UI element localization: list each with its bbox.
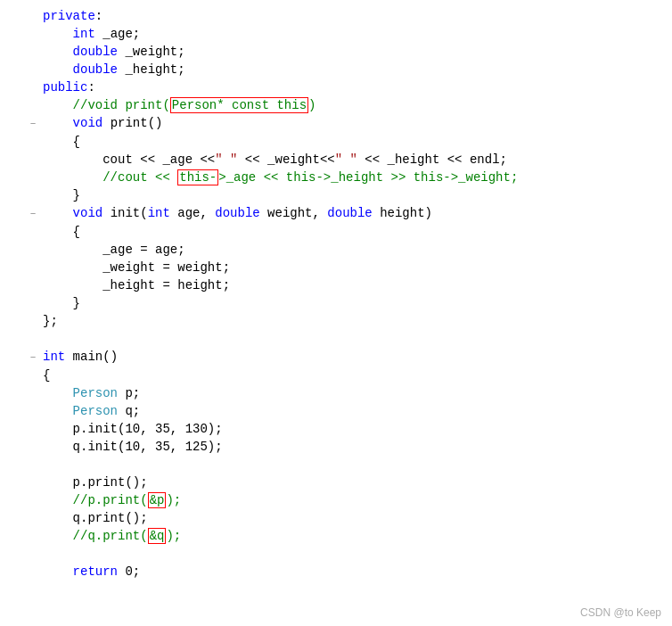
code-line: Person q; <box>0 402 672 420</box>
code-content: Person q; <box>39 402 672 420</box>
code-content: return 0; <box>39 563 672 581</box>
fold-icon[interactable]: − <box>27 205 39 223</box>
code-line: Person p; <box>0 384 672 402</box>
code-line <box>0 456 672 474</box>
code-line: p.init(10, 35, 130); <box>0 420 672 438</box>
code-line: private: <box>0 7 672 25</box>
code-line: } <box>0 294 672 312</box>
code-content: p.print(); <box>39 474 672 491</box>
code-content: int main() <box>39 348 672 366</box>
code-content: { <box>39 133 672 151</box>
code-content: } <box>39 294 672 312</box>
code-line: public: <box>0 78 672 96</box>
code-line: //void print(Person* const this) <box>0 96 672 114</box>
code-line: _weight = weight; <box>0 259 672 276</box>
code-content: //void print(Person* const this) <box>39 96 672 114</box>
code-content: double _weight; <box>39 43 672 61</box>
code-content: void print() <box>39 114 672 132</box>
code-line: //p.print(&p); <box>0 491 672 509</box>
code-content: _age = age; <box>39 241 672 259</box>
code-content: q.print(); <box>39 509 672 527</box>
code-content: //p.print(&p); <box>39 491 672 509</box>
code-line: q.print(); <box>0 509 672 527</box>
code-line <box>0 330 672 348</box>
code-content: public: <box>39 78 672 96</box>
code-line: cout << _age <<" " << _weight<<" " << _h… <box>0 151 672 169</box>
code-line: { <box>0 133 672 151</box>
code-line: − void init(int age, double weight, doub… <box>0 204 672 223</box>
code-line <box>0 545 672 563</box>
code-content: int _age; <box>39 25 672 43</box>
code-content: //q.print(&q); <box>39 527 672 545</box>
code-content: _height = height; <box>39 276 672 294</box>
code-line: { <box>0 367 672 384</box>
code-line: double _weight; <box>0 43 672 61</box>
code-line: q.init(10, 35, 125); <box>0 438 672 456</box>
code-content: cout << _age <<" " << _weight<<" " << _h… <box>39 151 672 169</box>
code-line: _height = height; <box>0 276 672 294</box>
code-content: _weight = weight; <box>39 259 672 276</box>
code-content: } <box>39 186 672 204</box>
code-content: //cout << this->_age << this->_height >>… <box>39 169 672 186</box>
code-line: _age = age; <box>0 241 672 259</box>
code-line: //q.print(&q); <box>0 527 672 545</box>
code-line: //cout << this->_age << this->_height >>… <box>0 169 672 186</box>
code-line: } <box>0 186 672 204</box>
code-content: private: <box>39 7 672 25</box>
code-content: { <box>39 367 672 384</box>
code-content: Person p; <box>39 384 672 402</box>
fold-icon[interactable]: − <box>27 349 39 367</box>
code-line: int _age; <box>0 25 672 43</box>
code-line: return 0; <box>0 563 672 581</box>
code-content: { <box>39 223 672 241</box>
code-line: − void print() <box>0 114 672 133</box>
code-content <box>39 545 672 563</box>
code-content: p.init(10, 35, 130); <box>39 420 672 438</box>
code-line: }; <box>0 312 672 330</box>
code-content: void init(int age, double weight, double… <box>39 204 672 222</box>
code-line: − int main() <box>0 348 672 367</box>
code-content: q.init(10, 35, 125); <box>39 438 672 456</box>
code-line: { <box>0 223 672 241</box>
watermark-text: CSDN @to Keep <box>580 606 661 619</box>
fold-icon[interactable]: − <box>27 115 39 133</box>
code-editor: private: int _age; double _weight; doubl… <box>0 0 672 626</box>
code-content: }; <box>39 312 672 330</box>
code-content <box>39 330 672 348</box>
code-line: double _height; <box>0 61 672 78</box>
code-content: double _height; <box>39 61 672 78</box>
code-content <box>39 456 672 474</box>
code-line: p.print(); <box>0 474 672 491</box>
